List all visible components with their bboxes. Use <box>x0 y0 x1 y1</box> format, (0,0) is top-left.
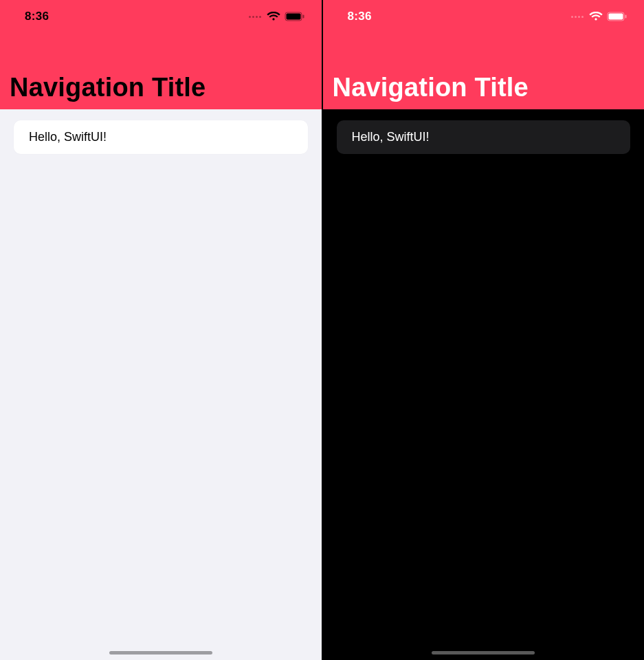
status-time: 8:36 <box>25 10 49 23</box>
battery-icon <box>285 12 305 21</box>
svg-rect-2 <box>302 15 304 19</box>
navigation-large-title: Navigation Title <box>0 33 322 109</box>
svg-rect-1 <box>286 14 300 20</box>
status-bar: 8:36 <box>0 0 322 33</box>
cellular-dots-icon <box>571 16 584 18</box>
list-section[interactable]: Hello, SwiftUI! <box>0 120 322 154</box>
status-bar: 8:36 <box>323 0 645 33</box>
svg-rect-5 <box>625 15 627 19</box>
battery-icon <box>607 12 628 21</box>
list-row[interactable]: Hello, SwiftUI! <box>14 120 308 154</box>
list-row-label: Hello, SwiftUI! <box>29 130 107 144</box>
status-icons <box>571 12 628 21</box>
cellular-dots-icon <box>249 16 261 18</box>
list-row[interactable]: Hello, SwiftUI! <box>337 120 631 154</box>
navigation-bar: 8:36 <box>323 0 645 109</box>
wifi-icon <box>267 12 280 21</box>
list-section[interactable]: Hello, SwiftUI! <box>323 120 645 154</box>
navigation-bar: 8:36 <box>0 0 322 109</box>
phone-dark-mode: 8:36 <box>323 0 645 660</box>
home-indicator[interactable] <box>109 651 212 654</box>
status-time: 8:36 <box>348 10 372 23</box>
list-row-label: Hello, SwiftUI! <box>352 130 430 144</box>
svg-rect-4 <box>609 14 623 20</box>
screenshot-pair: 8:36 <box>0 0 644 660</box>
phone-light-mode: 8:36 <box>0 0 322 660</box>
home-indicator[interactable] <box>432 651 535 654</box>
navigation-large-title: Navigation Title <box>323 33 645 109</box>
status-icons <box>249 12 305 21</box>
wifi-icon <box>589 12 603 21</box>
